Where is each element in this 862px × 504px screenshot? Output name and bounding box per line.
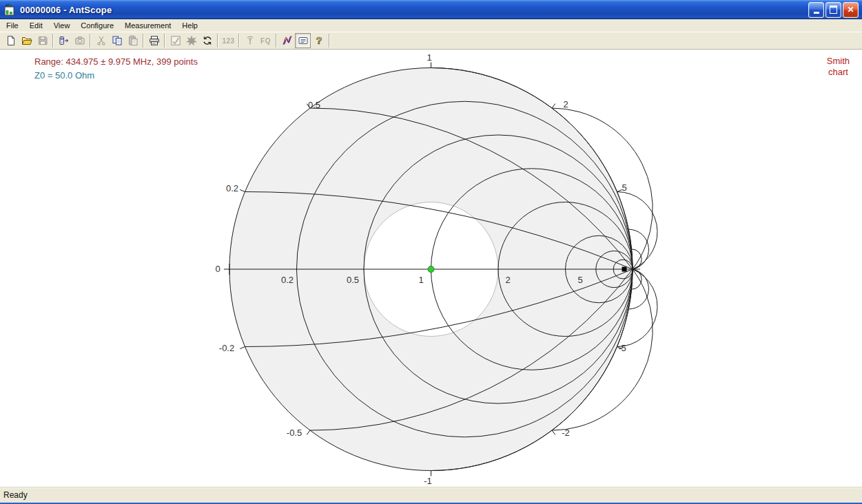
smith-chart: 10.520.250-0.2-5-0.5-2-10.20.5125: [0, 50, 862, 488]
toolbar-separator: [143, 34, 144, 48]
cut-button: [93, 33, 109, 48]
copy-button[interactable]: [109, 33, 125, 48]
save-file-button: [34, 33, 50, 48]
menu-help[interactable]: Help: [176, 20, 203, 31]
svg-text:0.5: 0.5: [308, 100, 320, 110]
frequency-button: FQ: [258, 33, 274, 48]
device-export-button[interactable]: [56, 33, 72, 48]
close-button[interactable]: ✕: [843, 2, 859, 18]
camera-icon: [74, 35, 85, 46]
refresh-icon: [202, 35, 213, 46]
svg-text:0: 0: [215, 264, 220, 274]
save-file-icon: [37, 35, 48, 46]
antenna-signal-button: [242, 33, 258, 48]
svg-text:2: 2: [563, 99, 568, 109]
view-mode-line1: Smith: [827, 56, 850, 67]
view-mode-line2: chart: [827, 67, 850, 78]
window-title: 00000006 - AntScope: [20, 5, 807, 15]
status-bar: Ready: [0, 487, 862, 503]
menu-measurement[interactable]: Measurement: [119, 20, 176, 31]
smith-background: [229, 68, 633, 471]
svg-text:-0.5: -0.5: [287, 428, 302, 438]
toolbar-separator: [90, 34, 91, 48]
help-icon: ?: [314, 35, 325, 46]
paste-button: [125, 33, 141, 48]
svg-text:1: 1: [427, 52, 431, 63]
svg-text:0.2: 0.2: [281, 275, 294, 285]
close-icon: ✕: [847, 6, 854, 14]
smith-grid: [224, 63, 657, 476]
svg-text:-1: -1: [424, 476, 432, 486]
menu-configure[interactable]: Configure: [75, 20, 119, 31]
cut-icon: [96, 35, 107, 46]
svg-text:?: ?: [316, 35, 322, 46]
svg-text:-2: -2: [562, 428, 570, 438]
maximize-button[interactable]: [825, 2, 841, 18]
menu-edit[interactable]: Edit: [24, 20, 48, 31]
antenna-signal-icon: [245, 35, 256, 46]
svg-text:1: 1: [418, 275, 423, 285]
svg-text:-5: -5: [618, 343, 626, 353]
new-file-button[interactable]: [3, 33, 19, 48]
toolbar-separator: [276, 34, 277, 48]
minimize-icon: [814, 12, 819, 14]
toolbar-separator: [238, 34, 240, 48]
toolbar-separator: [52, 34, 54, 48]
smith-markers: [428, 266, 627, 273]
svg-text:-0.2: -0.2: [219, 343, 234, 353]
menu-file[interactable]: File: [1, 20, 24, 31]
minimize-button[interactable]: [808, 2, 824, 18]
numbers-123-button: 123: [220, 33, 236, 48]
svg-text:5: 5: [577, 275, 582, 285]
title-bar: 00000006 - AntScope ✕: [0, 0, 862, 19]
print-icon: [149, 35, 160, 46]
measurement-curves-icon: [282, 35, 293, 46]
camera-button: [72, 33, 88, 48]
open-file-button[interactable]: [19, 33, 34, 48]
new-file-icon: [6, 35, 17, 46]
svg-text:0.5: 0.5: [347, 275, 359, 285]
svg-text:2: 2: [505, 275, 510, 285]
toolbar-separator: [217, 34, 218, 48]
svg-text:0.2: 0.2: [226, 183, 238, 193]
smith-grid-labels: 10.520.250-0.2-5-0.5-2-10.20.5125: [215, 52, 626, 486]
toolbar-separator: [164, 34, 165, 48]
maximize-icon: [830, 6, 837, 14]
print-button[interactable]: [146, 33, 162, 48]
paste-icon: [127, 35, 138, 46]
app-icon: [4, 4, 16, 16]
view-mode-label: Smith chart: [827, 56, 850, 78]
range-label: Range: 434.975 ± 9.975 MHz, 399 points: [34, 56, 198, 67]
chart-check-icon: [170, 35, 181, 46]
smith-view-icon: [298, 35, 309, 46]
status-text: Ready: [3, 490, 28, 500]
refresh-button[interactable]: [199, 33, 215, 48]
frequency-icon: FQ: [260, 37, 271, 45]
copy-icon: [112, 35, 123, 46]
open-file-icon: [21, 35, 32, 46]
star-burst-button: [183, 33, 199, 48]
menu-view[interactable]: View: [48, 20, 76, 31]
star-burst-icon: [186, 35, 197, 46]
toolbar-separator: [329, 34, 330, 48]
device-export-icon: [59, 35, 70, 46]
chart-check-button: [167, 33, 183, 48]
measurement-curves-button[interactable]: [279, 33, 295, 48]
menu-bar: FileEditViewConfigureMeasurementHelp: [0, 19, 862, 32]
help-button[interactable]: ?: [311, 33, 327, 48]
client-area: Range: 434.975 ± 9.975 MHz, 399 points Z…: [0, 49, 862, 487]
svg-text:5: 5: [622, 182, 626, 193]
z0-label: Z0 = 50.0 Ohm: [34, 70, 94, 81]
smith-view-button[interactable]: [295, 33, 311, 48]
numbers-123-icon: 123: [222, 37, 234, 45]
toolbar: 123FQ?: [0, 32, 862, 50]
